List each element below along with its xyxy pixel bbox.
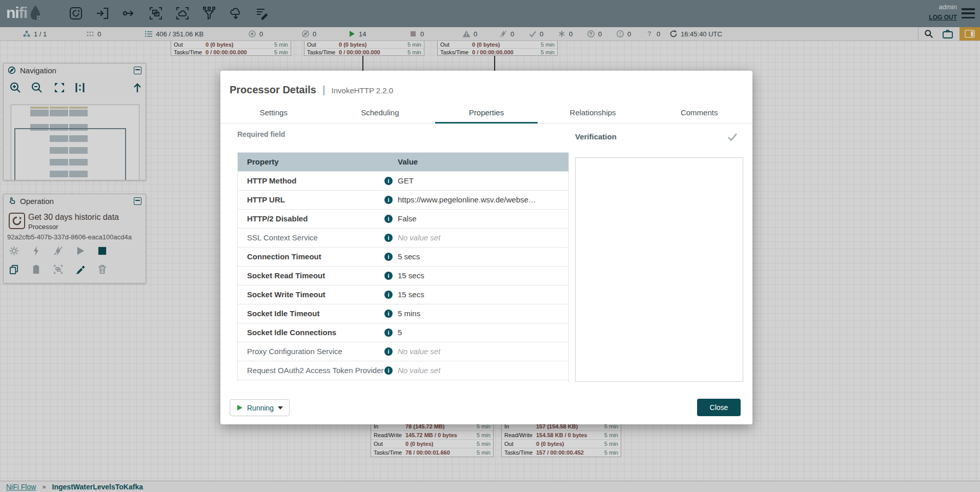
info-icon[interactable]: i [384, 310, 393, 318]
info-icon[interactable]: i [384, 253, 393, 261]
info-icon[interactable]: i [384, 234, 393, 242]
properties-table: Property Value HTTP Method i GET HTTP UR… [237, 152, 569, 382]
run-status-label: Running [247, 404, 274, 412]
info-icon[interactable]: i [384, 177, 393, 185]
info-icon[interactable]: i [384, 329, 393, 337]
tab-properties[interactable]: Properties [433, 101, 540, 123]
info-icon[interactable]: i [384, 291, 393, 299]
property-row: Socket Idle Timeout i 5 mins [238, 304, 568, 323]
column-value: Value [398, 153, 418, 171]
property-row: Socket Idle Connections i 5 [238, 323, 568, 342]
dialog-subtitle: InvokeHTTP 2.2.0 [332, 86, 394, 95]
property-row: Socket Write Timeout i 15 secs [238, 285, 568, 304]
required-field-label: Required field [237, 130, 285, 138]
property-row: SSL Context Service i No value set [238, 228, 568, 247]
property-row: i No value set [238, 380, 568, 382]
info-icon[interactable]: i [384, 215, 393, 223]
verification-results-panel [575, 157, 743, 382]
property-row: HTTP/2 Disabled i False [238, 209, 568, 228]
info-icon[interactable]: i [384, 272, 393, 280]
tab-relationships[interactable]: Relationships [540, 101, 646, 123]
dialog-title: Processor Details [230, 84, 316, 96]
processor-details-dialog: Processor Details | InvokeHTTP 2.2.0 Set… [220, 71, 752, 424]
nifi-app: nifi admin LOG OU [0, 0, 980, 492]
property-row: HTTP Method i GET [238, 171, 568, 190]
run-status-button[interactable]: Running [230, 399, 290, 416]
title-separator: | [322, 84, 325, 96]
column-property: Property [247, 153, 279, 171]
property-row: Socket Read Timeout i 15 secs [238, 266, 568, 285]
play-icon [236, 404, 243, 411]
dialog-tabs: Settings Scheduling Properties Relations… [220, 101, 752, 124]
chevron-down-icon [278, 406, 283, 409]
property-row: Connection Timeout i 5 secs [238, 247, 568, 266]
properties-table-header: Property Value [238, 153, 568, 171]
info-icon[interactable]: i [384, 366, 393, 375]
info-icon[interactable]: i [384, 347, 393, 356]
verification-check-icon[interactable] [727, 131, 738, 142]
tab-scheduling[interactable]: Scheduling [327, 101, 434, 123]
tab-settings[interactable]: Settings [220, 101, 327, 123]
property-row: Request OAuth2 Access Token Provider i N… [238, 361, 568, 380]
tab-comments[interactable]: Comments [646, 101, 752, 123]
property-row: Proxy Configuration Service i No value s… [238, 342, 568, 361]
close-button[interactable]: Close [697, 399, 741, 416]
property-row: HTTP URL i https://www.pegelonline.wsv.d… [238, 190, 568, 209]
info-icon[interactable]: i [384, 196, 393, 204]
verification-title: Verification [575, 132, 617, 141]
